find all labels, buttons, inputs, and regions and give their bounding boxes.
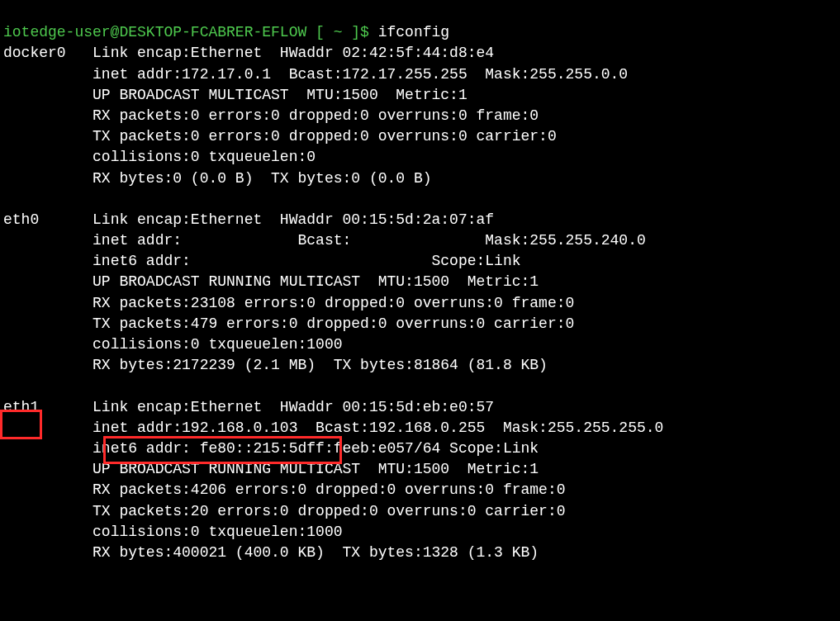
docker0-line4: RX packets:0 errors:0 dropped:0 overruns… bbox=[93, 107, 539, 124]
docker0-line7: RX bytes:0 (0.0 B) TX bytes:0 (0.0 B) bbox=[93, 170, 431, 187]
iface-docker0-name: docker0 bbox=[3, 45, 66, 61]
eth0-line1: Link encap:Ethernet HWaddr 00:15:5d:2a:0… bbox=[93, 211, 494, 228]
eth0-line4: UP BROADCAST RUNNING MULTICAST MTU:1500 … bbox=[93, 273, 539, 290]
eth0-line2: inet addr: Bcast: Mask:255.255.240.0 bbox=[93, 232, 646, 249]
eth1-line1: Link encap:Ethernet HWaddr 00:15:5d:eb:e… bbox=[93, 399, 494, 415]
eth0-line8: RX bytes:2172239 (2.1 MB) TX bytes:81864… bbox=[93, 357, 548, 373]
eth1-line5: RX packets:4206 errors:0 dropped:0 overr… bbox=[93, 481, 566, 498]
docker0-line2: inet addr:172.17.0.1 Bcast:172.17.255.25… bbox=[93, 66, 628, 83]
eth1-line7: collisions:0 txqueuelen:1000 bbox=[93, 524, 342, 540]
docker0-line3: UP BROADCAST MULTICAST MTU:1500 Metric:1 bbox=[93, 87, 467, 103]
eth0-line3: inet6 addr: Scope:Link bbox=[93, 253, 520, 269]
iface-eth0-name: eth0 bbox=[3, 211, 39, 228]
eth1-line6: TX packets:20 errors:0 dropped:0 overrun… bbox=[93, 503, 566, 519]
docker0-line1: Link encap:Ethernet HWaddr 02:42:5f:44:d… bbox=[93, 45, 494, 61]
eth0-line6: TX packets:479 errors:0 dropped:0 overru… bbox=[93, 315, 574, 332]
eth1-line3: inet6 addr: fe80::215:5dff:feeb:e057/64 … bbox=[93, 440, 539, 457]
eth0-line5: RX packets:23108 errors:0 dropped:0 over… bbox=[93, 295, 574, 311]
docker0-line5: TX packets:0 errors:0 dropped:0 overruns… bbox=[93, 128, 557, 145]
prompt-command: ifconfig bbox=[378, 24, 449, 40]
eth0-line7: collisions:0 txqueuelen:1000 bbox=[93, 336, 342, 353]
docker0-line6: collisions:0 txqueuelen:0 bbox=[93, 149, 316, 165]
eth1-line2: inet addr:192.168.0.103 Bcast:192.168.0.… bbox=[93, 420, 663, 436]
prompt-path: [ ~ ]$ bbox=[306, 24, 377, 40]
eth1-line4: UP BROADCAST RUNNING MULTICAST MTU:1500 … bbox=[93, 461, 539, 477]
prompt-user-host: iotedge-user@DESKTOP-FCABRER-EFLOW bbox=[3, 24, 306, 40]
eth1-line8: RX bytes:400021 (400.0 KB) TX bytes:1328… bbox=[93, 544, 539, 561]
iface-eth1-name: eth1 bbox=[3, 399, 39, 415]
terminal-output[interactable]: iotedge-user@DESKTOP-FCABRER-EFLOW [ ~ ]… bbox=[0, 0, 840, 565]
